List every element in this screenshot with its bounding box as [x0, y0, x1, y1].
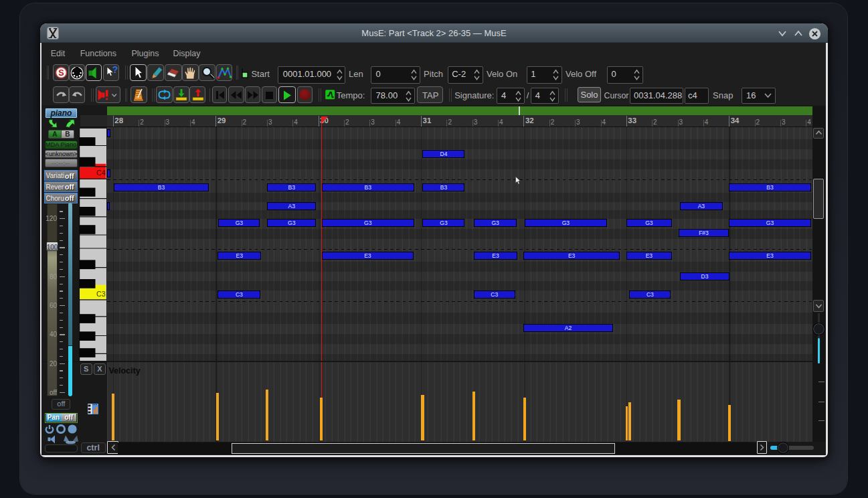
svg-text:?: ?: [112, 66, 118, 75]
svg-text:S: S: [58, 68, 64, 78]
svg-text:C4: C4: [96, 169, 105, 177]
svg-text:C3: C3: [96, 290, 105, 299]
